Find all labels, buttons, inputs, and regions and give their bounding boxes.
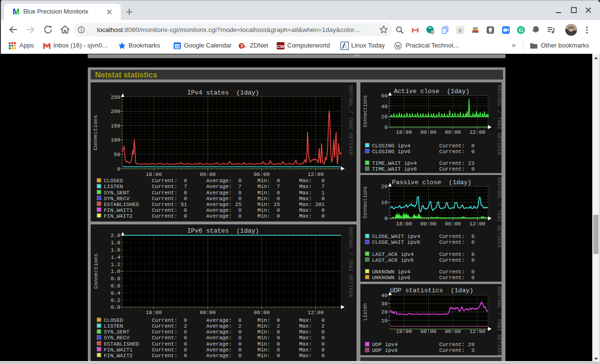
svg-text:0.8: 0.8 <box>111 276 120 282</box>
svg-text:RRDTOOL / TOBI OETIKER: RRDTOOL / TOBI OETIKER <box>348 227 354 298</box>
svg-text:RRDTOOL / TOBI OETIKER: RRDTOOL / TOBI OETIKER <box>496 286 502 355</box>
svg-text:18:00: 18:00 <box>146 310 162 316</box>
svg-text:Active close (1day): Active close (1day) <box>394 88 470 95</box>
svg-text:12:00: 12:00 <box>308 310 324 316</box>
svg-text:CLOSED Current: 0: CLOSED Current: 0 Average: 0 Min: 0 Max:… <box>104 178 324 184</box>
svg-text:2.0: 2.0 <box>111 233 120 238</box>
svg-text:06:00: 06:00 <box>445 129 461 135</box>
svg-text:SYN_SENT Current: 0: SYN_SENT Current: 0 Average: 0 Min: 0 Ma… <box>104 329 324 335</box>
svg-text:00:00: 00:00 <box>200 310 216 316</box>
svg-text:0.2: 0.2 <box>111 298 120 303</box>
svg-text:00:00: 00:00 <box>421 129 437 135</box>
svg-text:CLOSED Current: 0: CLOSED Current: 0 Average: 0 Min: 0 Max:… <box>104 317 324 323</box>
svg-text:250: 250 <box>111 95 120 100</box>
svg-text:ESTABLISHED Current: 51: ESTABLISHED Current: 51 Average: 25 Min:… <box>104 202 325 207</box>
svg-text:ESTABLISHED Current: 0: ESTABLISHED Current: 0 Average: 0 Min: 0… <box>104 341 324 347</box>
svg-text:IPv6 states (1day): IPv6 states (1day) <box>187 227 259 235</box>
svg-text:18:00: 18:00 <box>396 221 412 227</box>
svg-text:20: 20 <box>381 114 388 120</box>
svg-text:30: 30 <box>381 301 388 307</box>
svg-text:10: 10 <box>381 200 388 206</box>
svg-text:06:00: 06:00 <box>254 310 270 316</box>
svg-text:150: 150 <box>111 123 120 129</box>
svg-text:18:00: 18:00 <box>146 172 162 177</box>
svg-text:TIME_WAIT ipv4 Current:: TIME_WAIT ipv4 Current: 23 <box>372 160 474 166</box>
svg-text:1.0: 1.0 <box>111 269 120 274</box>
svg-text:?: ? <box>432 31 434 34</box>
svg-text:1.4: 1.4 <box>111 254 120 260</box>
svg-text:50: 50 <box>114 152 120 158</box>
svg-text:LAST_ACK ipv6 Current:: LAST_ACK ipv6 Current: 0 <box>372 257 474 263</box>
svg-text:UDP ipv6 Current:: UDP ipv6 Current: 3 <box>372 348 474 353</box>
svg-text:Connections: Connections <box>93 253 99 289</box>
svg-text:RRDTOOL / TOBI OETIKER: RRDTOOL / TOBI OETIKER <box>496 85 502 156</box>
svg-text:12:00: 12:00 <box>470 221 486 227</box>
svg-text:SYN_SENT Current: 0: SYN_SENT Current: 0 Average: 0 Min: 0 Ma… <box>104 190 325 196</box>
svg-text:Connections: Connections <box>363 95 368 127</box>
svg-text:12:00: 12:00 <box>470 129 486 135</box>
svg-text:20: 20 <box>381 309 388 315</box>
svg-text:R: R <box>458 27 463 34</box>
svg-text:M: M <box>13 7 19 16</box>
svg-text:1.8: 1.8 <box>111 240 120 246</box>
svg-text:0: 0 <box>384 216 388 222</box>
svg-text:10: 10 <box>381 318 388 324</box>
svg-text:SYN_RECV Current: 0: SYN_RECV Current: 0 Average: 0 Min: 0 Ma… <box>104 196 324 202</box>
svg-text:RRDTOOL / TOBI OETIKER: RRDTOOL / TOBI OETIKER <box>348 85 354 156</box>
svg-text:12:00: 12:00 <box>308 172 324 177</box>
svg-text:0: 0 <box>117 166 120 172</box>
svg-text:06:00: 06:00 <box>445 221 461 227</box>
svg-text:G: G <box>519 27 523 33</box>
svg-text:28: 28 <box>175 44 179 48</box>
svg-text:60: 60 <box>381 93 388 99</box>
svg-text:LAST_ACK ipv4 Current:: LAST_ACK ipv4 Current: 0 <box>372 252 474 257</box>
svg-text:CLOSE_WAIT ipv6 Current:: CLOSE_WAIT ipv6 Current: 0 <box>372 239 474 245</box>
svg-text:FIN_WAIT2 Current: 0: FIN_WAIT2 Current: 0 Average: 0 Min: 0 M… <box>104 213 324 219</box>
svg-text:0.6: 0.6 <box>111 283 120 289</box>
svg-text:Connections: Connections <box>93 115 99 150</box>
svg-text:LISTEN Current: 7: LISTEN Current: 7 Average: 7 Min: 7 Max:… <box>104 184 324 190</box>
svg-text:0.4: 0.4 <box>111 290 120 296</box>
svg-text:LISTEN Current: 2: LISTEN Current: 2 Average: 2 Min: 2 Max:… <box>104 323 324 329</box>
svg-text:CW: CW <box>277 44 285 49</box>
svg-text:FIN_WAIT2 Current: 0: FIN_WAIT2 Current: 0 Average: 0 Min: 0 M… <box>104 353 324 359</box>
svg-text:FIN_WAIT1 Current: 0: FIN_WAIT1 Current: 0 Average: 0 Min: 0 M… <box>104 207 324 213</box>
svg-text:RRDTOOL / TOBI OETIKER: RRDTOOL / TOBI OETIKER <box>496 177 502 248</box>
svg-text:UNKNOWN ipv6 Current:: UNKNOWN ipv6 Current: 0 <box>372 275 474 281</box>
svg-text:UNKNOWN ipv4 Current:: UNKNOWN ipv4 Current: 0 <box>372 269 474 275</box>
svg-text:CLOSING ipv4 Current:: CLOSING ipv4 Current: 0 <box>372 143 474 149</box>
svg-text:40: 40 <box>381 104 388 110</box>
svg-text:00:00: 00:00 <box>421 221 437 227</box>
svg-text:12:00: 12:00 <box>470 329 486 334</box>
svg-text:0.0: 0.0 <box>111 304 120 310</box>
svg-text:18:00: 18:00 <box>396 329 412 334</box>
svg-text:00:00: 00:00 <box>421 329 437 334</box>
svg-text:06:00: 06:00 <box>445 329 461 334</box>
svg-text:40: 40 <box>381 293 388 299</box>
svg-text:FIN_WAIT1 Current: 0: FIN_WAIT1 Current: 0 Average: 0 Min: 0 M… <box>104 347 324 353</box>
svg-text:Connections: Connections <box>363 186 368 218</box>
svg-text:06:00: 06:00 <box>254 172 270 177</box>
svg-text:1.6: 1.6 <box>111 247 120 253</box>
svg-text:SYN_RECV Current: 0: SYN_RECV Current: 0 Average: 0 Min: 0 Ma… <box>104 335 324 341</box>
svg-text:CLOSING ipv6 Current:: CLOSING ipv6 Current: 0 <box>372 149 474 155</box>
svg-text:18:00: 18:00 <box>396 129 412 135</box>
svg-text:W: W <box>395 44 401 49</box>
svg-text:TIME_WAIT ipv6 Current:: TIME_WAIT ipv6 Current: 0 <box>372 166 474 172</box>
svg-text:1.2: 1.2 <box>111 262 120 268</box>
svg-text:20: 20 <box>381 184 388 190</box>
svg-text:0: 0 <box>384 125 388 130</box>
svg-text:Listen: Listen <box>363 303 368 321</box>
svg-text:CLOSE_WAIT ipv4 Current:: CLOSE_WAIT ipv4 Current: 6 <box>372 234 474 239</box>
svg-text:UDP statistics (1day): UDP statistics (1day) <box>390 287 473 294</box>
svg-text:UDP ipv4 Current:: UDP ipv4 Current: 20 <box>372 342 474 348</box>
svg-text:100: 100 <box>111 137 120 143</box>
svg-text:IPv4 states (1day): IPv4 states (1day) <box>187 89 259 96</box>
svg-text:Passive close (1day): Passive close (1day) <box>392 179 471 186</box>
svg-text:00:00: 00:00 <box>200 172 216 177</box>
svg-text:200: 200 <box>111 109 120 114</box>
